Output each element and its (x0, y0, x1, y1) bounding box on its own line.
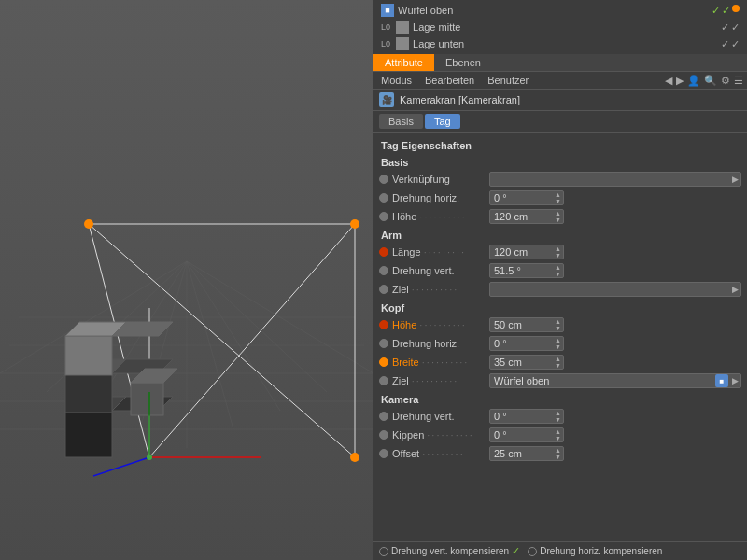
svg-point-23 (350, 453, 359, 462)
layer-icon-mitte (396, 21, 409, 34)
label-offset: Offset ········· (392, 448, 486, 459)
value-hoehe-kopf: 50 cm (490, 319, 553, 330)
value-drehung-horiz: 0 ° (490, 192, 553, 203)
prop-offset: Offset ········· 25 cm ▲ ▼ (374, 444, 747, 463)
tab-ebenen[interactable]: Ebenen (434, 54, 492, 71)
object-name-header: Kamerakran [Kamerakran] (400, 94, 520, 105)
indicator-check-vert (379, 547, 388, 556)
field-offset[interactable]: 25 cm ▲ ▼ (489, 446, 564, 461)
field-laenge[interactable]: 120 cm ▲ ▼ (489, 245, 564, 259)
checkmark-vert: ✓ (512, 545, 520, 557)
prop-drehung-horiz: Drehung horiz. 0 ° ▲ ▼ (374, 189, 747, 207)
sub-tab-tag[interactable]: Tag (425, 114, 460, 129)
object-item-wurfel[interactable]: ■ Würfel oben ✓ ✓ (377, 2, 743, 19)
ziel-cube-icon: ■ (715, 374, 728, 387)
arrow-right-icon[interactable]: ▶ (676, 75, 684, 87)
search-icon[interactable]: 🔍 (704, 75, 717, 87)
field-kippen[interactable]: 0 ° ▲ ▼ (489, 427, 564, 442)
label-hoehe-basis: Höhe ·········· (392, 211, 486, 222)
field-hoehe-basis[interactable]: 120 cm ▲ ▼ (489, 209, 564, 224)
indicator-laenge (379, 247, 388, 257)
indicator-ziel-kopf (379, 376, 388, 385)
value-hoehe-basis: 120 cm (490, 211, 553, 222)
attribute-tabs: Attribute Ebenen (374, 54, 747, 72)
field-verknupfung[interactable]: ▶ (489, 172, 741, 187)
prop-hoehe-basis: Höhe ·········· 120 cm ▲ ▼ (374, 207, 747, 226)
indicator-drehung-vert (379, 266, 388, 275)
label-verknupfung: Verknüpfung (392, 174, 486, 185)
indicator-offset (379, 449, 388, 458)
cube-icon: ■ (381, 4, 394, 17)
layer-unten-icons: ✓ ✓ (721, 38, 740, 50)
field-breite[interactable]: 35 cm ▲ ▼ (489, 355, 564, 370)
label-drehung-vert: Drehung vert. (392, 265, 486, 276)
verknupfung-arrow[interactable]: ▶ (730, 175, 740, 184)
toolbar-modus[interactable]: Modus (377, 74, 416, 87)
prop-drehung-vert: Drehung vert. 51.5 ° ▲ ▼ (374, 261, 747, 280)
label-ziel-arm: Ziel ·········· (392, 284, 486, 295)
ziel-arm-arrow[interactable]: ▶ (730, 285, 740, 294)
toolbar: Modus Bearbeiten Benutzer ◀ ▶ 👤 🔍 ⚙ ☰ (374, 72, 747, 90)
ziel-kopf-arrow[interactable]: ▶ (730, 376, 740, 385)
field-ziel-kopf[interactable]: Würfel oben ■ ▶ (489, 373, 741, 388)
3d-viewport[interactable] (0, 0, 374, 560)
layer-icon-unten (396, 37, 409, 50)
object-icon: 🎥 (379, 92, 394, 107)
svg-rect-30 (65, 336, 112, 375)
toolbar-benutzer[interactable]: Benutzer (484, 74, 532, 87)
svg-rect-24 (65, 411, 112, 457)
indicator-kippen (379, 430, 388, 440)
label-breite: Breite ·········· (392, 357, 486, 368)
label-check-horiz: Drehung horiz. kompensieren (540, 546, 662, 556)
properties-panel: Tag Eigenschaften Basis Verknüpfung ▶ Dr… (374, 133, 747, 541)
field-drehung-horiz[interactable]: 0 ° ▲ ▼ (489, 190, 564, 205)
object-item-lage-unten[interactable]: L0 Lage unten ✓ ✓ (377, 35, 743, 52)
value-drehung-vert: 51.5 ° (490, 265, 553, 276)
arrow-up[interactable]: ▲ (555, 191, 561, 198)
value-kippen: 0 ° (490, 429, 553, 441)
label-drehung-horiz: Drehung horiz. (392, 192, 486, 203)
prop-verknupfung: Verknüpfung ▶ (374, 170, 747, 189)
settings-icon[interactable]: ⚙ (721, 75, 730, 87)
svg-rect-33 (131, 383, 163, 415)
label-check-vert: Drehung vert. kompensieren (391, 546, 509, 556)
field-drehung-vert[interactable]: 51.5 ° ▲ ▼ (489, 263, 564, 278)
label-drehung-horiz-kopf: Drehung horiz. (392, 338, 486, 349)
arrow-down[interactable]: ▼ (555, 198, 561, 204)
check-drehung-horiz[interactable]: Drehung horiz. kompensieren (528, 546, 662, 556)
indicator-verknupfung (379, 175, 388, 184)
menu-icon[interactable]: ☰ (734, 75, 743, 87)
object-name-mitte: Lage mitte (413, 21, 460, 33)
arrow-left-icon[interactable]: ◀ (665, 75, 672, 87)
svg-point-21 (84, 219, 93, 229)
prop-drehung-vert-kamera: Drehung vert. 0 ° ▲ ▼ (374, 407, 747, 426)
object-item-lage-mitte[interactable]: L0 Lage mitte ✓ ✓ (377, 19, 743, 35)
right-panel: ■ Würfel oben ✓ ✓ L0 Lage mitte ✓ ✓ L0 L… (374, 0, 747, 560)
indicator-drehung-horiz-kopf (379, 339, 388, 348)
field-hoehe-kopf[interactable]: 50 cm ▲ ▼ (489, 317, 564, 332)
indicator-drehung-vert-kamera (379, 412, 388, 421)
indicator-hoehe-kopf (379, 320, 388, 329)
prop-laenge: Länge ········· 120 cm ▲ ▼ (374, 243, 747, 261)
indicator-breite (379, 357, 388, 367)
indicator-check-horiz (528, 547, 537, 556)
toolbar-bearbeiten[interactable]: Bearbeiten (421, 74, 478, 87)
check-drehung-vert[interactable]: Drehung vert. kompensieren ✓ (379, 545, 520, 557)
svg-point-22 (350, 219, 359, 229)
object-check-icons: ✓ ✓ (712, 5, 740, 17)
section-tag-eigenschaften: Tag Eigenschaften (374, 136, 747, 153)
sub-tab-basis[interactable]: Basis (379, 114, 423, 129)
prop-hoehe-kopf: Höhe ·········· 50 cm ▲ ▼ (374, 315, 747, 334)
section-kopf: Kopf (374, 299, 747, 315)
svg-rect-27 (65, 373, 112, 413)
person-icon[interactable]: 👤 (687, 75, 700, 87)
tab-attribute[interactable]: Attribute (374, 54, 434, 71)
prop-drehung-horiz-kopf: Drehung horiz. 0 ° ▲ ▼ (374, 334, 747, 353)
field-drehung-horiz-kopf[interactable]: 0 ° ▲ ▼ (489, 336, 564, 351)
indicator-ziel-arm (379, 285, 388, 294)
label-kippen: Kippen ·········· (392, 429, 486, 441)
field-drehung-vert-kamera[interactable]: 0 ° ▲ ▼ (489, 409, 564, 424)
field-ziel-arm[interactable]: ▶ (489, 282, 741, 297)
value-laenge: 120 cm (490, 246, 553, 258)
label-ziel-kopf: Ziel ·········· (392, 375, 486, 386)
